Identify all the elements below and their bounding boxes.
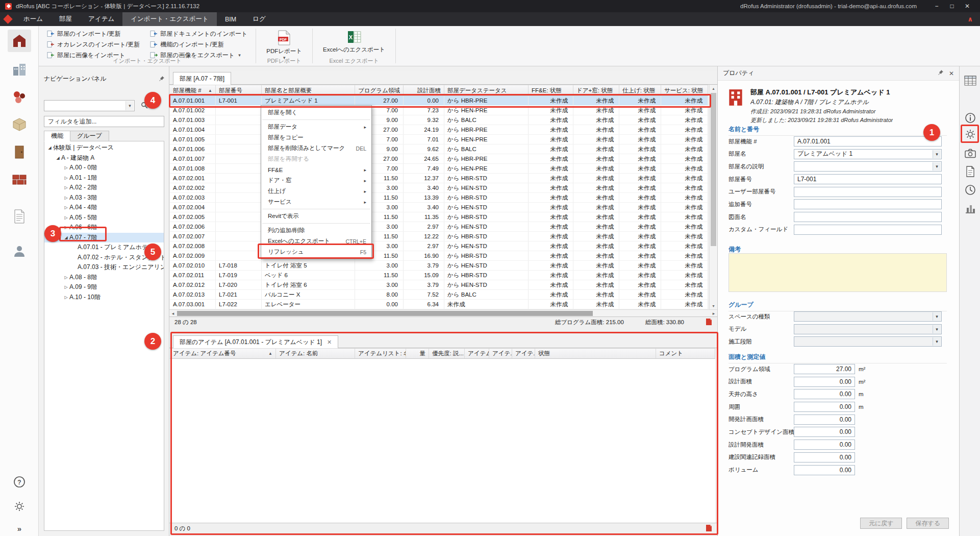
numeric-field[interactable]: 0.00 bbox=[794, 389, 855, 399]
column-header[interactable]: 優先度: 説... bbox=[429, 349, 465, 358]
panel-close-icon[interactable]: ✕ bbox=[949, 70, 954, 77]
tree-item[interactable]: ▷A.09 - 9階 bbox=[44, 282, 164, 293]
tree-item[interactable]: ▷A.10 - 10階 bbox=[44, 293, 164, 303]
numeric-field[interactable]: 0.00 bbox=[794, 440, 855, 450]
users-module-icon[interactable] bbox=[8, 240, 31, 262]
tree-collapsed-icon[interactable]: ▷ bbox=[63, 176, 69, 180]
room-row[interactable]: A.07.01.0039.009.32から BALC未作成未作成未作成未作成 bbox=[170, 115, 708, 125]
tree-collapsed-icon[interactable]: ▷ bbox=[63, 196, 69, 200]
context-menu-item[interactable]: サービス▸ bbox=[261, 197, 371, 207]
room-row[interactable]: A.07.02.00711.5012.22から HBR-STD未作成未作成未作成… bbox=[170, 232, 708, 241]
column-header[interactable]: アイテ... bbox=[512, 349, 535, 358]
scrollbar-thumb[interactable] bbox=[711, 93, 716, 246]
systems-module-icon[interactable] bbox=[8, 113, 31, 136]
tree-item[interactable]: A.07.03 - 技術・エンジニアリング bbox=[44, 262, 164, 273]
room-row[interactable]: A.07.02.0023.003.40から HEN-STD未作成未作成未作成未作… bbox=[170, 183, 708, 193]
undo-button[interactable]: 元に戻す bbox=[860, 518, 902, 529]
text-field[interactable] bbox=[794, 225, 942, 235]
rooms-module-icon[interactable] bbox=[8, 30, 31, 52]
tab-functions[interactable]: 機能 bbox=[44, 131, 70, 141]
column-header[interactable]: アイテ... bbox=[489, 349, 512, 358]
tree-collapsed-icon[interactable]: ▷ bbox=[63, 275, 69, 280]
buildings-module-icon[interactable] bbox=[8, 58, 31, 81]
tree-item[interactable]: ◢体験版 | データベース bbox=[44, 143, 164, 153]
add-filter-input[interactable]: フィルタを追加... bbox=[44, 116, 164, 127]
navigation-search-input[interactable]: ▾ bbox=[44, 100, 135, 111]
tree-collapsed-icon[interactable]: ▷ bbox=[63, 295, 69, 300]
column-header[interactable]: 部屋機能 #▲ bbox=[170, 85, 216, 95]
room-row[interactable]: A.07.01.0069.009.62から BALC未作成未作成未作成未作成 bbox=[170, 144, 708, 154]
context-menu-item[interactable]: 部屋をコピー bbox=[261, 132, 371, 143]
tree-item[interactable]: ▷A.06 - 6階 bbox=[44, 223, 164, 233]
expand-icon[interactable]: » bbox=[8, 518, 31, 536]
room-row[interactable]: A.07.02.00111.5012.37から HBR-STD未作成未作成未作成… bbox=[170, 174, 708, 183]
pin-icon[interactable] bbox=[159, 76, 165, 82]
column-header[interactable]: アイテムリスト: 名前 bbox=[355, 349, 406, 358]
room-row[interactable]: A.07.02.0043.003.40から HEN-STD未作成未作成未作成未作… bbox=[170, 203, 708, 212]
room-row[interactable]: A.07.01.00727.0024.65から HBR-PRE未作成未作成未作成… bbox=[170, 154, 708, 164]
context-menu-item[interactable]: ドア・窓▸ bbox=[261, 175, 371, 186]
menubar-tab[interactable]: インポート・エクスポート bbox=[122, 12, 217, 26]
settings-icon[interactable] bbox=[8, 495, 31, 518]
combo-field[interactable]: ▾ bbox=[794, 324, 942, 334]
room-table-horizontal-scrollbar[interactable]: ◂ ▸ bbox=[169, 309, 717, 316]
room-row[interactable]: A.07.02.0083.002.97から HEN-STD未作成未作成未作成未作… bbox=[170, 241, 708, 251]
context-menu-item[interactable]: 列の追加/削除 bbox=[261, 225, 371, 236]
column-header[interactable]: 部屋データステータス bbox=[444, 85, 529, 95]
room-table-tab[interactable]: 部屋 [A.07 - 7階] bbox=[173, 72, 231, 85]
ribbon-button[interactable]: 部屋のインポート/更新 bbox=[45, 29, 142, 39]
tab-groups[interactable]: グループ bbox=[70, 131, 109, 141]
context-menu-item[interactable]: 部屋データ▸ bbox=[261, 121, 371, 132]
column-header[interactable]: 設計面積 bbox=[404, 85, 444, 95]
tree-collapsed-icon[interactable]: ▷ bbox=[63, 285, 69, 289]
room-row[interactable]: A.07.01.001L7-001プレミアムベッド 127.000.00から H… bbox=[170, 96, 708, 106]
numeric-field[interactable]: 0.00 bbox=[794, 452, 855, 462]
maximize-button[interactable]: □ bbox=[944, 3, 960, 10]
room-row[interactable]: A.07.01.0057.007.01から HEN-PRE未作成未作成未作成未作… bbox=[170, 135, 708, 144]
tree-collapsed-icon[interactable]: ▷ bbox=[63, 205, 69, 210]
ribbon-button[interactable]: 部屋ドキュメントのインポート bbox=[148, 29, 249, 39]
info-icon[interactable] bbox=[964, 111, 977, 125]
chart-icon[interactable] bbox=[964, 202, 977, 215]
numeric-field[interactable]: 27.00 bbox=[794, 364, 855, 374]
save-button[interactable]: 保存する bbox=[907, 518, 949, 529]
room-row[interactable]: A.07.02.010L7-018トイレ付 浴室 53.003.79から HEN… bbox=[170, 261, 708, 271]
room-row[interactable]: A.07.02.012L7-020トイレ付 浴室 63.003.79から HEN… bbox=[170, 280, 708, 290]
column-header[interactable]: 量 bbox=[406, 349, 429, 358]
dropdown-caret-icon[interactable]: ▾ bbox=[933, 150, 941, 158]
column-header[interactable]: ドア+窓: 状態 bbox=[573, 85, 619, 95]
context-menu-item[interactable]: Revitで表示 bbox=[261, 211, 371, 222]
column-header[interactable]: サービス: 状態 bbox=[661, 85, 708, 95]
text-field[interactable]: L7-001 bbox=[794, 174, 942, 184]
numeric-field[interactable]: 0.00 bbox=[794, 377, 855, 387]
tab-close-icon[interactable]: ✕ bbox=[327, 339, 332, 346]
scroll-down-icon[interactable]: ▾ bbox=[710, 302, 717, 309]
context-menu-item[interactable]: ExcelへのエクスポートCTRL+E bbox=[261, 236, 371, 247]
column-header[interactable]: FF&E: 状態 bbox=[529, 85, 573, 95]
tree-expanded-icon[interactable]: ◢ bbox=[63, 235, 69, 240]
tree-expanded-icon[interactable]: ◢ bbox=[46, 145, 53, 150]
menubar-tab[interactable]: 部屋 bbox=[51, 12, 80, 26]
room-row[interactable]: A.07.02.013L7-021バルコニー X8.007.52から BALC未… bbox=[170, 290, 708, 300]
pdf-report-button[interactable]: PDF PDFレポート ▾ bbox=[262, 29, 306, 61]
items-panel-tab[interactable]: 部屋のアイテム [A.07.01.001 - プレミアムベッド 1] ✕ bbox=[173, 335, 338, 348]
context-menu-item[interactable]: 部屋を開く bbox=[261, 107, 371, 118]
column-header[interactable]: 部屋番号 bbox=[216, 85, 262, 95]
numeric-field[interactable]: 0.00 bbox=[794, 427, 855, 437]
combo-field[interactable]: ▾ bbox=[794, 161, 942, 172]
tree-item[interactable]: ▷A.08 - 8階 bbox=[44, 273, 164, 283]
tree-collapsed-icon[interactable]: ▷ bbox=[63, 165, 69, 170]
combo-field[interactable]: プレミアムベッド 1▾ bbox=[794, 149, 942, 159]
tree-item[interactable]: ◢A.07 - 7階 bbox=[44, 233, 164, 243]
scrollbar-thumb[interactable] bbox=[177, 311, 593, 316]
document-icon[interactable] bbox=[964, 165, 977, 178]
room-row[interactable]: A.07.02.0063.002.97から HEN-STD未作成未作成未作成未作… bbox=[170, 222, 708, 232]
menubar-tab[interactable]: アイテム bbox=[80, 12, 122, 26]
room-row[interactable]: A.07.02.00911.5016.90から HBR-STD未作成未作成未作成… bbox=[170, 251, 708, 261]
clock-icon[interactable] bbox=[964, 183, 977, 197]
numeric-field[interactable]: 0.00 bbox=[794, 402, 855, 412]
export-report-icon[interactable] bbox=[706, 318, 712, 327]
tree-collapsed-icon[interactable]: ▷ bbox=[63, 225, 69, 230]
pin-icon[interactable] bbox=[938, 69, 944, 77]
tree-item[interactable]: ▷A.02 - 2階 bbox=[44, 183, 164, 193]
